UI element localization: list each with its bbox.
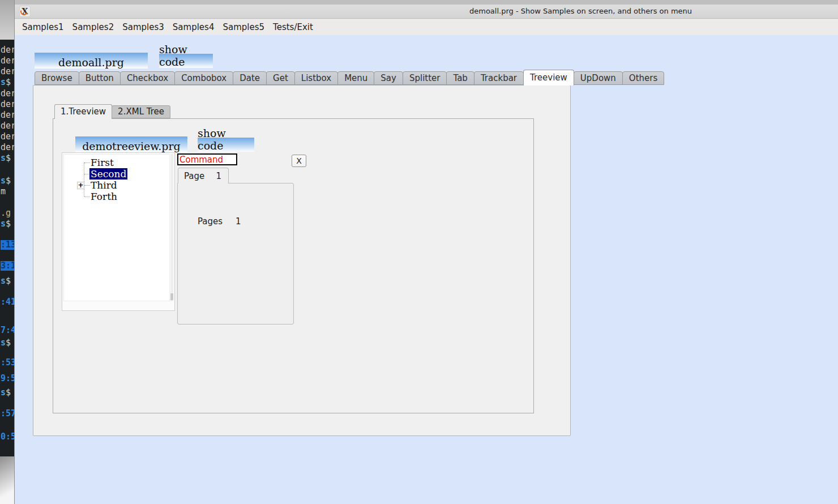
terminal-line: s$ (1, 176, 11, 186)
tab-get[interactable]: Get (266, 71, 295, 85)
page-tab-value: 1 (216, 171, 221, 181)
menu-item-samples4[interactable]: Samples4 (173, 22, 215, 32)
tab-menu[interactable]: Menu (337, 71, 374, 85)
window-title: demoall.prg - Show Samples on screen, an… (469, 7, 692, 15)
menu-item-samples2[interactable]: Samples2 (72, 22, 114, 32)
terminal-text: :53 (1, 357, 15, 368)
tree-item-label: Third (91, 180, 117, 191)
show-code-button[interactable]: show code (159, 54, 213, 68)
tab-checkbox[interactable]: Checkbox (120, 71, 175, 85)
terminal-text: $ (6, 387, 11, 398)
tree-item-label: Forth (91, 191, 117, 202)
menu-item-samples5[interactable]: Samples5 (223, 22, 264, 32)
terminal-line: der (1, 132, 15, 142)
demotreeview-header: demotreeview.prg (75, 136, 187, 152)
menu-item-samples1[interactable]: Samples1 (22, 22, 64, 32)
terminal-text: s (1, 219, 6, 229)
pages-value: 1 (236, 216, 241, 227)
terminal-line: der (1, 143, 15, 152)
menubar: Samples1 Samples2 Samples3 Samples4 Samp… (15, 19, 838, 35)
tree-item-label: First (91, 157, 114, 168)
tree-item-first[interactable]: First (91, 157, 114, 168)
tree-item-second[interactable]: Second (91, 168, 127, 180)
terminal-line: :41 (1, 297, 15, 307)
tree-connector-stub (84, 185, 90, 186)
tab-others[interactable]: Others (622, 71, 664, 85)
tree-connector-stub (84, 163, 90, 163)
expand-icon[interactable]: + (77, 182, 84, 189)
terminal-text: :41 (1, 297, 15, 307)
terminal-text: .g (1, 208, 11, 218)
treeview-control[interactable]: + First Second Third Forth (62, 152, 175, 311)
app-window: X demoall.prg - Show Samples on screen, … (14, 0, 838, 504)
tree-connector-stub (84, 197, 90, 197)
tab-trackbar[interactable]: Trackbar (474, 71, 524, 85)
terminal-text: $ (6, 153, 11, 163)
terminal-text: s (1, 77, 6, 87)
terminal-text: s (1, 338, 6, 348)
menu-item-samples3[interactable]: Samples3 (122, 22, 164, 32)
tab-2-xml-tree[interactable]: 2.XML Tree (112, 105, 170, 118)
treeview-scrollbar[interactable] (170, 154, 173, 301)
terminal-text: der (1, 45, 15, 55)
terminal-text: $ (6, 219, 11, 229)
terminal-line: s$ (1, 219, 11, 229)
tab-splitter[interactable]: Splitter (403, 71, 447, 85)
terminal-line: s$ (1, 276, 11, 286)
terminal-line: 0:5 (1, 432, 15, 442)
desktop: der der der s$ der der der der der der s… (0, 0, 838, 504)
terminal-text: der (1, 55, 15, 66)
terminal-line: der (1, 121, 15, 131)
terminal-text: der (1, 66, 15, 76)
terminal-line: der (1, 56, 15, 66)
tab-tab[interactable]: Tab (446, 71, 474, 85)
terminal-line: :57 (1, 409, 15, 418)
terminal-line: s$ (1, 338, 11, 348)
tab-1-treeview[interactable]: 1.Treeview (54, 104, 112, 119)
treeview-tab-content: demotreeview.prg show code + First Secon… (53, 118, 534, 413)
terminal-text: der (1, 88, 15, 99)
terminal-line: :53 (1, 358, 15, 368)
tab-date[interactable]: Date (233, 71, 267, 85)
background-window-bottom (0, 456, 15, 504)
x11-logo-icon: X (19, 6, 31, 17)
tab-listbox[interactable]: Listbox (294, 71, 338, 85)
terminal-line: der (1, 89, 15, 99)
terminal-line: s$ (1, 153, 11, 163)
demoall-header: demoall.prg (35, 53, 148, 69)
terminal-text: der (1, 142, 15, 152)
close-x-button[interactable]: X (292, 155, 306, 167)
command-input[interactable] (177, 153, 237, 165)
terminal-text: der (1, 110, 15, 120)
page-tab[interactable]: Page 1 (178, 168, 229, 183)
tree-item-forth[interactable]: Forth (91, 191, 117, 202)
terminal-text: :13 (1, 240, 15, 250)
tab-say[interactable]: Say (374, 71, 403, 85)
tree-item-third[interactable]: Third (91, 180, 117, 191)
terminal-text: 3:1 (1, 260, 15, 271)
tab-browse[interactable]: Browse (35, 71, 79, 85)
terminal-text: s (1, 276, 6, 286)
show-code-button-2[interactable]: show code (198, 138, 254, 152)
terminal-text: der (1, 121, 15, 131)
tab-updown[interactable]: UpDown (574, 71, 623, 85)
titlebar[interactable]: X demoall.prg - Show Samples on screen, … (15, 5, 838, 19)
tree-item-label: Second (89, 168, 127, 180)
terminal-line-selected: :13 (1, 240, 15, 250)
terminal-text: s (1, 176, 6, 186)
terminal-text: der (1, 131, 15, 142)
terminal-line: der (1, 45, 15, 55)
terminal-line: der (1, 100, 15, 109)
background-window-top (0, 0, 15, 40)
tab-combobox[interactable]: Combobox (174, 71, 233, 85)
terminal-text: $ (6, 176, 11, 186)
terminal-line: .g (1, 208, 11, 218)
terminal-strip: der der der s$ der der der der der der s… (0, 40, 15, 456)
treeview-scrollbar-thumb[interactable] (170, 293, 173, 300)
tab-treeview[interactable]: Treeview (523, 70, 574, 86)
terminal-text: s (1, 387, 6, 398)
tab-button[interactable]: Button (79, 71, 121, 85)
terminal-text: $ (6, 338, 11, 348)
menu-item-tests-exit[interactable]: Tests/Exit (273, 22, 313, 32)
page-tab-label: Page (184, 171, 204, 181)
